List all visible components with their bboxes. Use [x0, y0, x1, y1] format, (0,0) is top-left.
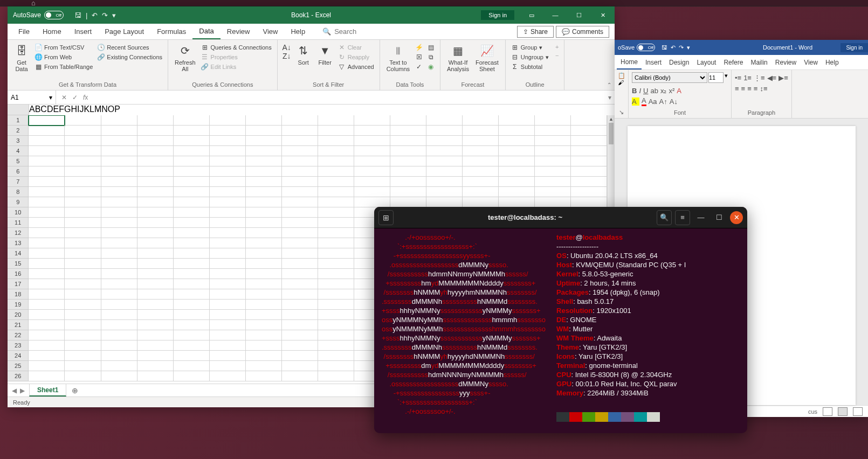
italic-button[interactable]: I: [639, 87, 641, 95]
numbering-button[interactable]: 1≡: [743, 74, 752, 82]
cell[interactable]: [65, 279, 101, 289]
cell[interactable]: [101, 136, 137, 146]
cell[interactable]: [210, 187, 246, 197]
text-to-columns-button[interactable]: ⫴Text to Columns: [384, 42, 412, 73]
cell[interactable]: [571, 126, 607, 136]
cell[interactable]: [137, 300, 174, 310]
cell[interactable]: [246, 361, 282, 371]
next-sheet-icon[interactable]: ▶: [20, 387, 25, 394]
cell[interactable]: [101, 238, 137, 248]
cell[interactable]: [535, 197, 571, 207]
cell[interactable]: [318, 248, 354, 259]
cell[interactable]: [174, 166, 210, 177]
column-header[interactable]: K: [84, 105, 89, 115]
cell[interactable]: [210, 136, 246, 146]
cell[interactable]: [65, 207, 101, 218]
cell[interactable]: [390, 146, 426, 156]
forecast-sheet-button[interactable]: 📈Forecast Sheet: [473, 42, 501, 73]
cell[interactable]: [282, 177, 318, 187]
cell[interactable]: [29, 166, 65, 177]
cell[interactable]: [390, 115, 426, 126]
close-icon[interactable]: ✕: [591, 6, 615, 24]
tab-file[interactable]: File: [12, 24, 36, 39]
close-button[interactable]: ✕: [730, 211, 743, 224]
cell[interactable]: [65, 146, 101, 156]
cell[interactable]: [318, 320, 354, 330]
tab-layout[interactable]: Layout: [693, 55, 720, 69]
cell[interactable]: [137, 146, 174, 156]
cell[interactable]: [282, 156, 318, 166]
cell[interactable]: [29, 197, 65, 207]
fx-icon[interactable]: fx: [83, 94, 88, 101]
cell[interactable]: [29, 207, 65, 218]
decrease-indent-icon[interactable]: ◀≡: [767, 74, 777, 82]
column-header[interactable]: J: [79, 105, 84, 115]
cell[interactable]: [174, 197, 210, 207]
cell[interactable]: [282, 351, 318, 361]
cell[interactable]: [535, 146, 571, 156]
tab-home[interactable]: Home: [36, 24, 68, 39]
cell[interactable]: [246, 320, 282, 330]
cell[interactable]: [463, 166, 499, 177]
cell[interactable]: [29, 279, 65, 289]
cell[interactable]: [174, 300, 210, 310]
line-spacing-icon[interactable]: ↕≡: [760, 85, 767, 93]
cell[interactable]: [101, 269, 137, 279]
row-header[interactable]: 11: [8, 218, 29, 228]
row-header[interactable]: 9: [8, 197, 29, 207]
cell[interactable]: [571, 197, 607, 207]
align-right-icon[interactable]: ≡: [747, 85, 752, 93]
row-header[interactable]: 16: [8, 269, 29, 279]
column-header[interactable]: P: [114, 105, 120, 115]
autosave-toggle[interactable]: AutoSave Off: [8, 11, 69, 19]
format-painter-icon[interactable]: 🖌: [618, 79, 624, 86]
cell[interactable]: [318, 351, 354, 361]
cell[interactable]: [65, 259, 101, 269]
read-mode-icon[interactable]: [823, 407, 832, 416]
cell[interactable]: [282, 248, 318, 259]
new-tab-button[interactable]: ⊞: [378, 210, 394, 225]
cell[interactable]: [101, 330, 137, 340]
cell[interactable]: [174, 310, 210, 320]
cell[interactable]: [137, 136, 174, 146]
sort-desc-button[interactable]: Z↓: [282, 52, 292, 60]
cell[interactable]: [571, 187, 607, 197]
cell[interactable]: [210, 371, 246, 381]
cell[interactable]: [210, 207, 246, 218]
cell[interactable]: [246, 330, 282, 340]
cell[interactable]: [101, 351, 137, 361]
cell[interactable]: [210, 218, 246, 228]
cell[interactable]: [174, 146, 210, 156]
cell[interactable]: [174, 238, 210, 248]
cell[interactable]: [101, 300, 137, 310]
row-header[interactable]: 1: [8, 115, 29, 126]
cell[interactable]: [246, 166, 282, 177]
cell[interactable]: [390, 166, 426, 177]
cell[interactable]: [354, 156, 390, 166]
tab-home[interactable]: Home: [617, 55, 642, 69]
cell[interactable]: [426, 146, 463, 156]
cell[interactable]: [354, 126, 390, 136]
column-header[interactable]: E: [53, 105, 59, 115]
redo-icon[interactable]: ↷: [102, 11, 108, 19]
cell[interactable]: [210, 361, 246, 371]
cell[interactable]: [499, 166, 535, 177]
cell[interactable]: [571, 166, 607, 177]
column-header[interactable]: M: [94, 105, 101, 115]
toggle-switch[interactable]: Off: [44, 11, 64, 19]
cell[interactable]: [246, 300, 282, 310]
cell[interactable]: [246, 228, 282, 238]
cell[interactable]: [390, 126, 426, 136]
cell[interactable]: [210, 289, 246, 300]
cell[interactable]: [174, 269, 210, 279]
consolidate-button[interactable]: ▤: [426, 43, 436, 52]
cell[interactable]: [463, 187, 499, 197]
cell[interactable]: [210, 351, 246, 361]
terminal-content[interactable]: .-/+oossssoo+/-. `:+ssssssssssssssssss+:…: [374, 228, 747, 433]
minimize-button[interactable]: —: [693, 210, 708, 225]
cell[interactable]: [282, 115, 318, 126]
cell[interactable]: [318, 300, 354, 310]
cell[interactable]: [137, 289, 174, 300]
cell[interactable]: [426, 197, 463, 207]
print-layout-icon[interactable]: [838, 407, 848, 416]
